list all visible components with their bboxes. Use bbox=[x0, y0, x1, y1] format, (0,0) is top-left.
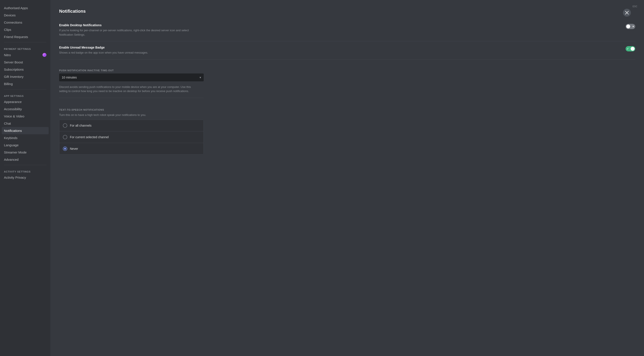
tts-desc: Turn this on to have a high tech robot s… bbox=[59, 113, 204, 117]
sidebar-item-billing[interactable]: Billing bbox=[2, 80, 49, 87]
close-button-wrap: ESC bbox=[632, 4, 638, 8]
sidebar-divider-3 bbox=[4, 165, 46, 165]
toggle-knob-2 bbox=[631, 47, 634, 51]
desktop-notifications-row: Enable Desktop Notifications If you're l… bbox=[59, 19, 635, 41]
unread-badge-toggle[interactable] bbox=[626, 46, 635, 51]
sidebar-section-no-label: Authorised Apps Devices Connections Clip… bbox=[2, 4, 49, 40]
push-notification-desc: Discord avoids sending push notification… bbox=[59, 85, 195, 93]
desktop-notifications-info: Enable Desktop Notifications If you're l… bbox=[59, 23, 626, 37]
desktop-notifications-toggle[interactable] bbox=[626, 24, 635, 29]
desktop-notifications-desc: If you're looking for per-channel or per… bbox=[59, 28, 195, 37]
tts-option-current-channel[interactable]: For current selected channel bbox=[59, 131, 204, 143]
tts-radio-group: For all channels For current selected ch… bbox=[59, 120, 204, 155]
radio-circle-never bbox=[63, 147, 67, 151]
sidebar-item-appearance[interactable]: Appearance bbox=[2, 98, 49, 105]
close-button[interactable] bbox=[623, 9, 631, 17]
push-timeout-dropdown[interactable]: 1 minute 5 minutes 10 minutes 15 minutes… bbox=[59, 73, 204, 81]
tts-label: Text-To-Speech Notifications bbox=[59, 108, 204, 111]
dropdown-container: 1 minute 5 minutes 10 minutes 15 minutes… bbox=[59, 73, 204, 81]
push-notification-label: Push Notification Inactive Time-Out bbox=[59, 69, 204, 72]
sidebar-item-chat[interactable]: Chat bbox=[2, 120, 49, 127]
tts-option-current-channel-label: For current selected channel bbox=[70, 135, 109, 139]
sidebar-divider-1 bbox=[4, 42, 46, 42]
radio-circle-current-channel bbox=[63, 135, 67, 139]
tts-option-never[interactable]: Never bbox=[59, 143, 204, 154]
sidebar-item-server-boost[interactable]: Server Boost bbox=[2, 59, 49, 66]
esc-label: ESC bbox=[632, 5, 638, 8]
sidebar-item-keybinds[interactable]: Keybinds bbox=[2, 134, 49, 142]
sidebar-item-nitro[interactable]: Nitro bbox=[2, 51, 49, 59]
tts-section: Text-To-Speech Notifications Turn this o… bbox=[59, 102, 204, 155]
sidebar-item-language[interactable]: Language bbox=[2, 142, 49, 149]
sidebar-item-gift-inventory[interactable]: Gift Inventory bbox=[2, 73, 49, 80]
sidebar-item-advanced[interactable]: Advanced bbox=[2, 156, 49, 163]
page-title: Notifications bbox=[59, 9, 635, 14]
sidebar-item-activity-privacy[interactable]: Activity Privacy bbox=[2, 174, 49, 181]
sidebar-item-friend-requests[interactable]: Friend Requests bbox=[2, 33, 49, 40]
toggle-knob bbox=[626, 24, 630, 28]
tts-option-all-channels[interactable]: For all channels bbox=[59, 120, 204, 131]
svg-point-0 bbox=[43, 54, 46, 56]
sidebar-item-connections[interactable]: Connections bbox=[2, 19, 49, 26]
sidebar-item-streamer-mode[interactable]: Streamer Mode bbox=[2, 149, 49, 156]
desktop-notifications-toggle-wrap bbox=[626, 24, 635, 29]
radio-circle-all-channels bbox=[63, 123, 67, 128]
unread-badge-desc: Shows a red badge on the app icon when y… bbox=[59, 50, 195, 55]
unread-badge-toggle-wrap bbox=[626, 46, 635, 51]
sidebar-item-notifications[interactable]: Notifications bbox=[2, 127, 49, 134]
activity-settings-label: Activity Settings bbox=[2, 167, 49, 174]
app-settings-label: App Settings bbox=[2, 91, 49, 98]
sidebar-item-subscriptions[interactable]: Subscriptions bbox=[2, 66, 49, 73]
payment-settings-label: Payment Settings bbox=[2, 44, 49, 51]
desktop-notifications-title: Enable Desktop Notifications bbox=[59, 23, 621, 27]
unread-badge-info: Enable Unread Message Badge Shows a red … bbox=[59, 46, 626, 55]
sidebar-item-authorised-apps[interactable]: Authorised Apps bbox=[2, 4, 49, 11]
unread-badge-row: Enable Unread Message Badge Shows a red … bbox=[59, 41, 635, 59]
sidebar-item-devices[interactable]: Devices bbox=[2, 11, 49, 19]
sidebar-section-activity: Activity Settings Activity Privacy bbox=[2, 167, 49, 181]
nitro-icon bbox=[42, 53, 46, 57]
main-content: ESC Notifications Enable Desktop Notific… bbox=[50, 0, 644, 356]
sidebar-section-app: App Settings Appearance Accessibility Vo… bbox=[2, 91, 49, 163]
sidebar-item-voice-video[interactable]: Voice & Video bbox=[2, 113, 49, 120]
tts-option-never-label: Never bbox=[70, 147, 78, 151]
sidebar: Authorised Apps Devices Connections Clip… bbox=[0, 0, 50, 356]
close-icon bbox=[625, 11, 629, 15]
sidebar-divider-2 bbox=[4, 89, 46, 89]
unread-badge-title: Enable Unread Message Badge bbox=[59, 46, 621, 49]
sidebar-item-accessibility[interactable]: Accessibility bbox=[2, 105, 49, 113]
sidebar-item-clips[interactable]: Clips bbox=[2, 26, 49, 33]
sidebar-section-payment: Payment Settings Nitro Server Boost Subs… bbox=[2, 44, 49, 87]
tts-option-all-channels-label: For all channels bbox=[70, 124, 92, 127]
push-notification-section: Push Notification Inactive Time-Out 1 mi… bbox=[59, 59, 204, 93]
